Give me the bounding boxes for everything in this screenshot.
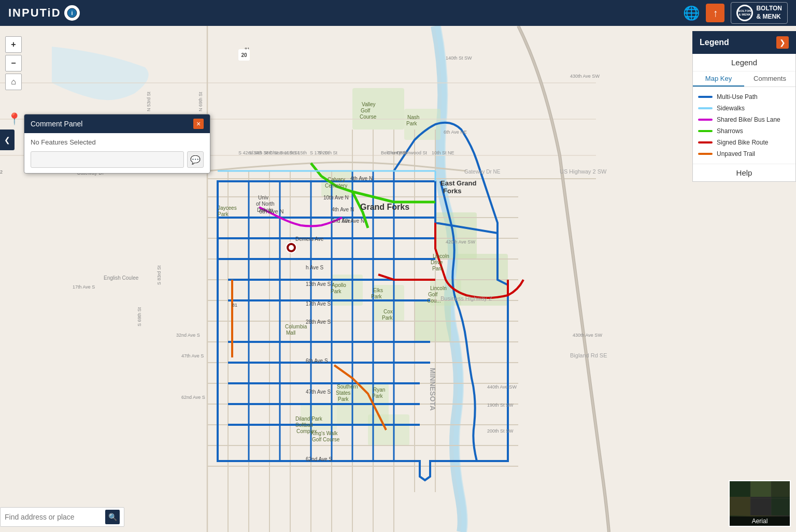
svg-text:32nd Ave S: 32nd Ave S: [176, 333, 200, 338]
bolton-menk-logo: BOLTON & MENK BOLTON& MENK: [731, 2, 788, 24]
svg-text:Complex: Complex: [296, 428, 317, 434]
legend-label-signed-bike: Signed Bike Route: [717, 139, 768, 146]
comment-panel: Comment Panel × No Features Selected 💬: [24, 114, 210, 174]
legend-tabs: Map Key Comments: [693, 71, 795, 87]
svg-text:Calvary: Calvary: [328, 177, 345, 182]
legend-panel: Legend ❯ Legend Map Key Comments Multi-U…: [692, 31, 796, 182]
address-input[interactable]: [5, 513, 103, 521]
svg-text:47th Ave S: 47th Ave S: [181, 353, 204, 358]
svg-text:US Highway 2 SW: US Highway 2 SW: [560, 168, 607, 175]
svg-text:S 69th St: S 69th St: [137, 307, 142, 326]
address-search-button[interactable]: 🔍: [105, 510, 120, 524]
svg-text:440th Ave SW: 440th Ave SW: [487, 384, 517, 390]
svg-text:Business Highway 2: Business Highway 2: [440, 295, 492, 301]
svg-text:420th Ave SW: 420th Ave SW: [446, 239, 475, 245]
logo-icon: i: [64, 5, 80, 21]
svg-text:Park: Park: [371, 294, 382, 299]
svg-rect-8: [321, 171, 352, 197]
svg-text:Southern: Southern: [337, 384, 358, 390]
svg-text:BOLTON: BOLTON: [738, 9, 751, 12]
legend-item-shared-bike: Shared Bike/ Bus Lane: [698, 114, 790, 125]
header-right: 🌐 ↑ BOLTON & MENK BOLTON& MENK: [683, 2, 788, 24]
comment-panel-close-button[interactable]: ×: [193, 119, 204, 129]
svg-text:Drive: Drive: [431, 260, 443, 265]
zoom-out-button[interactable]: −: [5, 55, 22, 71]
svg-text:Grand Forks: Grand Forks: [360, 203, 409, 211]
legend-body: Legend Map Key Comments Multi-Use Path S…: [692, 54, 796, 182]
svg-text:4th Ave N: 4th Ave N: [332, 207, 354, 212]
svg-rect-10: [456, 254, 508, 306]
legend-line-shared-bike: [698, 119, 713, 121]
svg-text:Belmont Rd: Belmont Rd: [381, 150, 405, 155]
comment-submit-button[interactable]: 💬: [187, 151, 204, 168]
svg-rect-7: [404, 109, 440, 140]
legend-label-multi-use: Multi-Use Path: [717, 93, 758, 100]
svg-text:Elks: Elks: [373, 287, 383, 293]
svg-rect-14: [337, 383, 389, 425]
svg-text:2: 2: [0, 169, 3, 175]
svg-rect-148: [730, 497, 750, 515]
location-pin-icon[interactable]: 📍: [7, 112, 22, 127]
search-icon: 🔍: [108, 513, 117, 521]
legend-label-unpaved-trail: Unpaved Trail: [717, 150, 755, 157]
svg-text:& MENK: & MENK: [739, 13, 751, 16]
svg-text:Park: Park: [406, 121, 418, 126]
svg-text:S 42nd St: S 42nd St: [238, 150, 259, 155]
svg-text:Golf: Golf: [361, 108, 371, 113]
svg-text:i: i: [71, 10, 73, 16]
aerial-label: Aerial: [730, 516, 790, 526]
comment-input[interactable]: [31, 151, 184, 168]
svg-text:200th St SW: 200th St SW: [487, 428, 514, 434]
svg-text:Softball: Softball: [295, 422, 312, 428]
svg-text:Park: Park: [372, 393, 383, 399]
legend-help-link[interactable]: Help: [693, 164, 795, 181]
svg-text:10th Ave N: 10th Ave N: [323, 195, 349, 200]
svg-text:Park: Park: [382, 315, 393, 321]
legend-item-signed-bike: Signed Bike Route: [698, 137, 790, 148]
logo-text: INPUTiD: [8, 6, 61, 20]
svg-rect-5: [0, 26, 796, 532]
aerial-thumbnail[interactable]: Aerial: [729, 480, 791, 527]
svg-text:King's Walk: King's Walk: [311, 430, 338, 436]
sidebar-toggle-button[interactable]: ❮: [0, 130, 15, 150]
svg-text:430th Ave SW: 430th Ave SW: [570, 74, 600, 79]
svg-text:S 11th St: S 11th St: [280, 150, 300, 155]
legend-line-sharrows: [698, 130, 713, 132]
legend-label-shared-bike: Shared Bike/ Bus Lane: [717, 116, 780, 123]
legend-subtitle: Legend: [693, 54, 795, 71]
svg-text:S 20th St: S 20th St: [318, 150, 338, 155]
svg-text:Cottonwood St: Cottonwood St: [396, 150, 428, 155]
svg-text:MINNESOTA: MINNESOTA: [429, 368, 437, 411]
svg-text:S 15th: S 15th: [293, 150, 307, 155]
globe-icon[interactable]: 🌐: [683, 5, 700, 21]
svg-text:Cemetery: Cemetery: [325, 183, 347, 189]
svg-text:47th Ave S: 47th Ave S: [306, 389, 331, 395]
svg-rect-146: [750, 481, 771, 497]
svg-text:English Coulee: English Coulee: [104, 275, 139, 281]
svg-text:6th Ave S: 6th Ave S: [306, 358, 328, 364]
svg-rect-16: [301, 404, 337, 430]
comment-panel-body: No Features Selected 💬: [24, 133, 210, 173]
svg-text:81: 81: [245, 47, 250, 52]
legend-header[interactable]: Legend ❯: [692, 31, 796, 54]
home-button[interactable]: ⌂: [5, 74, 22, 90]
tab-map-key[interactable]: Map Key: [693, 71, 744, 87]
tab-comments[interactable]: Comments: [744, 71, 795, 87]
svg-text:Lincoln: Lincoln: [430, 285, 447, 291]
legend-line-signed-bike: [698, 141, 713, 143]
share-icon[interactable]: ↑: [706, 4, 724, 22]
svg-rect-142: [238, 49, 250, 61]
zoom-in-button[interactable]: +: [5, 36, 22, 53]
svg-text:Bigland Rd SE: Bigland Rd SE: [570, 352, 607, 358]
svg-text:Golf: Golf: [428, 292, 438, 297]
address-search: 🔍: [0, 507, 124, 527]
svg-text:N 53rd St: N 53rd St: [146, 91, 151, 111]
svg-text:62nd Ave S: 62nd Ave S: [181, 395, 205, 400]
svg-text:6th Ave N: 6th Ave N: [259, 208, 284, 214]
svg-text:h Ave S: h Ave S: [306, 265, 324, 270]
svg-text:States: States: [336, 390, 350, 396]
legend-item-sharrows: Sharrows: [698, 125, 790, 137]
svg-rect-145: [730, 481, 750, 497]
map-container[interactable]: N 69th St N 53rd St Gateway Dr 2 N 83rd …: [0, 26, 796, 532]
svg-rect-15: [368, 414, 409, 445]
